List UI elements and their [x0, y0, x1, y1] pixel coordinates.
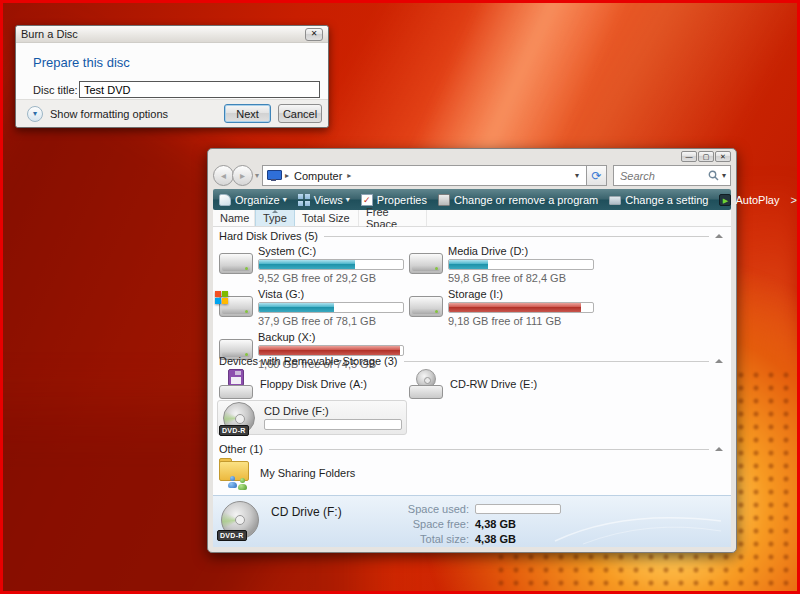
section-divider — [404, 361, 709, 362]
properties-button[interactable]: ✓ Properties — [361, 194, 427, 206]
organize-icon — [219, 194, 231, 206]
system-drive-icon — [219, 296, 253, 317]
hard-drive-icon — [409, 253, 443, 274]
drive-item-vista-g[interactable]: Vista (G:) 37,9 GB free of 78,1 GB — [219, 288, 404, 327]
section-other[interactable]: Other (1) — [219, 443, 723, 455]
drive-name: Media Drive (D:) — [448, 245, 594, 257]
views-label: Views — [314, 194, 343, 206]
organize-button[interactable]: Organize ▾ — [219, 194, 287, 206]
section-title: Other (1) — [219, 443, 263, 455]
space-free-value: 4,38 GB — [475, 518, 516, 530]
screenshot-root: Burn a Disc ✕ Prepare this disc Disc tit… — [0, 0, 800, 594]
burn-disc-dialog: Burn a Disc ✕ Prepare this disc Disc tit… — [15, 25, 329, 128]
section-title: Hard Disk Drives (5) — [219, 230, 318, 242]
hard-drive-icon — [219, 253, 253, 274]
views-button[interactable]: Views ▾ — [298, 194, 350, 206]
drive-name: Backup (X:) — [258, 331, 404, 343]
dvd-disc-icon: DVD-R — [221, 501, 259, 539]
back-icon[interactable]: ◂ — [213, 165, 234, 186]
expander-chevron-icon[interactable]: ▾ — [27, 106, 43, 122]
space-free-row: Space free: 4,38 GB — [369, 516, 561, 531]
drive-name: Vista (G:) — [258, 288, 404, 300]
dvd-r-badge: DVD-R — [217, 530, 247, 541]
address-bar[interactable]: ▸ Computer ▸ ▾ — [262, 165, 587, 186]
autoplay-icon: ▶ — [719, 194, 731, 206]
drive-free-space: 59,8 GB free of 82,4 GB — [448, 272, 594, 284]
collapse-chevron-icon[interactable] — [715, 234, 723, 238]
crumb-arrow-icon[interactable]: ▸ — [285, 171, 289, 180]
details-properties: Space used: Space free: 4,38 GB Total si… — [369, 501, 561, 546]
breadcrumb-computer[interactable]: Computer — [294, 170, 342, 182]
properties-label: Properties — [377, 194, 427, 206]
column-free-space[interactable]: Free Space — [359, 210, 427, 226]
search-icon — [708, 170, 719, 181]
autoplay-label: AutoPlay — [735, 194, 779, 206]
space-used-row: Space used: — [369, 501, 561, 516]
collapse-chevron-icon[interactable] — [715, 359, 723, 363]
dvd-r-badge: DVD-R — [219, 425, 249, 436]
drive-item-storage-i[interactable]: Storage (I:) 9,18 GB free of 111 GB — [409, 288, 594, 327]
collapse-chevron-icon[interactable] — [715, 447, 723, 451]
drive-item-cd-f-selected[interactable]: DVD-R CD Drive (F:) — [217, 400, 407, 435]
command-toolbar: Organize ▾ Views ▾ ✓ Properties Change o… — [213, 189, 731, 210]
properties-icon: ✓ — [361, 194, 373, 206]
forward-icon[interactable]: ▸ — [232, 165, 253, 186]
section-divider — [324, 236, 709, 237]
window-controls: — ▢ ✕ — [681, 151, 731, 162]
cancel-button[interactable]: Cancel — [278, 104, 322, 123]
change-remove-program-button[interactable]: Change or remove a program — [438, 194, 598, 206]
computer-icon — [267, 170, 280, 181]
views-icon — [298, 194, 310, 206]
search-dropdown-icon[interactable]: ▾ — [722, 171, 726, 180]
section-hard-disk-drives[interactable]: Hard Disk Drives (5) — [219, 230, 723, 242]
decorative-swoosh — [553, 505, 723, 545]
navigation-bar: ◂ ▸ ▾ ▸ Computer ▸ ▾ ⟳ ▾ — [213, 163, 731, 188]
total-size-label: Total size: — [369, 533, 469, 545]
change-setting-label: Change a setting — [625, 194, 708, 206]
drive-item-media-d[interactable]: Media Drive (D:) 59,8 GB free of 82,4 GB — [409, 245, 594, 284]
cd-rw-drive-icon — [409, 369, 443, 399]
column-name[interactable]: Name — [213, 210, 255, 226]
section-removable-storage[interactable]: Devices with Removable Storage (3) — [219, 355, 723, 367]
drive-item-system-c[interactable]: System (C:) 9,52 GB free of 29,2 GB — [219, 245, 404, 284]
drive-name: Storage (I:) — [448, 288, 594, 300]
history-dropdown-icon[interactable]: ▾ — [255, 171, 259, 180]
dialog-titlebar[interactable]: Burn a Disc ✕ — [16, 26, 328, 43]
change-remove-program-label: Change or remove a program — [454, 194, 598, 206]
capacity-bar — [448, 302, 594, 313]
disc-title-input[interactable] — [79, 81, 320, 98]
hard-drive-icon — [409, 296, 443, 317]
minimize-icon[interactable]: — — [681, 151, 697, 162]
show-formatting-options-link[interactable]: Show formatting options — [50, 108, 168, 120]
drive-name: CD-RW Drive (E:) — [450, 378, 537, 390]
toolbar-overflow-button[interactable]: >> — [790, 194, 800, 206]
drive-free-space: 37,9 GB free of 78,1 GB — [258, 315, 404, 327]
capacity-bar — [264, 419, 402, 430]
program-box-icon — [438, 194, 450, 206]
close-icon[interactable]: ✕ — [305, 28, 323, 41]
sort-asc-icon — [272, 210, 278, 213]
address-dropdown-icon[interactable]: ▾ — [572, 171, 582, 180]
section-title: Devices with Removable Storage (3) — [219, 355, 398, 367]
search-box[interactable]: ▾ — [613, 165, 731, 186]
organize-label: Organize — [235, 194, 280, 206]
maximize-icon[interactable]: ▢ — [698, 151, 714, 162]
column-type[interactable]: Type — [255, 210, 295, 226]
next-button[interactable]: Next — [224, 104, 271, 123]
space-used-bar — [475, 504, 561, 514]
details-item-name: CD Drive (F:) — [271, 505, 342, 519]
drive-item-cdrw-e[interactable]: CD-RW Drive (E:) — [409, 369, 537, 399]
search-input[interactable] — [618, 169, 708, 183]
crumb-arrow-icon[interactable]: ▸ — [347, 171, 351, 180]
column-total-size[interactable]: Total Size — [295, 210, 359, 226]
column-headers: Name Type Total Size Free Space — [213, 210, 731, 227]
refresh-icon[interactable]: ⟳ — [587, 165, 607, 186]
item-my-sharing-folders[interactable]: My Sharing Folders — [219, 457, 355, 488]
autoplay-button[interactable]: ▶ AutoPlay — [719, 194, 779, 206]
total-size-row: Total size: 4,38 GB — [369, 531, 561, 546]
drive-item-floppy-a[interactable]: Floppy Disk Drive (A:) — [219, 369, 367, 399]
close-icon[interactable]: ✕ — [715, 151, 731, 162]
details-pane: DVD-R CD Drive (F:) Space used: Space fr… — [213, 495, 731, 547]
drive-name: System (C:) — [258, 245, 404, 257]
change-setting-button[interactable]: Change a setting — [609, 194, 708, 206]
